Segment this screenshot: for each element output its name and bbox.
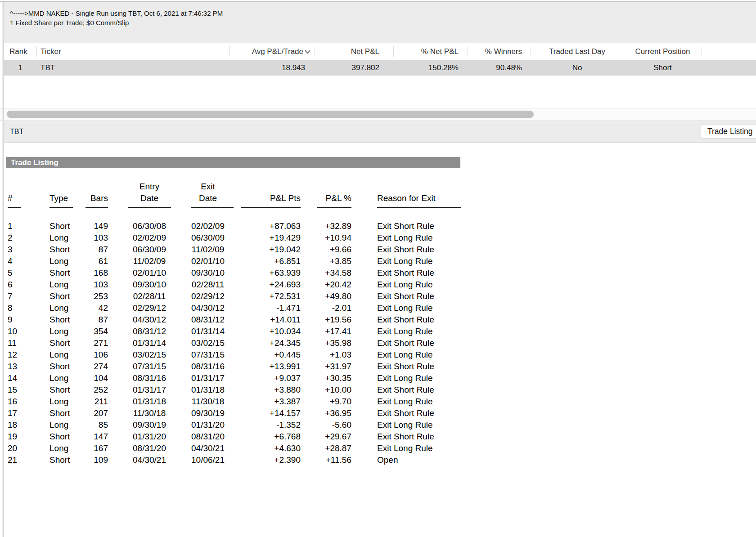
trade-cell-pl-pts: +6.851: [225, 255, 301, 267]
column-header-current-position[interactable]: Current Position: [623, 43, 702, 60]
header-pl-pts: P&L Pts: [225, 192, 301, 204]
trade-cell-type: Long: [50, 302, 81, 314]
results-row[interactable]: 1 TBT 18.943 397.802 150.28% 90.48% No S…: [4, 60, 756, 76]
trade-cell-bars: 354: [81, 326, 108, 337]
trade-cell-pl-pts: +19.429: [225, 232, 301, 244]
trade-cell-reason: Exit Long Rule: [351, 419, 462, 431]
column-header-traded-last-day[interactable]: Traded Last Day: [531, 43, 623, 60]
trade-cell-entry-date: 03/02/15: [108, 349, 191, 361]
trade-cell-pl-pct: +17.41: [301, 326, 351, 337]
trade-cell-entry-date: 02/01/10: [108, 267, 191, 279]
trade-cell-pl-pts: +3.387: [225, 396, 301, 407]
trade-cell-bars: 274: [81, 361, 108, 372]
trade-row: 10 Long 354 08/31/12 01/31/14 +10.034 +1…: [8, 326, 462, 337]
trade-cell-num: 9: [8, 314, 50, 326]
trade-row: 20 Long 167 08/31/20 04/30/21 +4.630 +28…: [8, 443, 462, 454]
trade-cell-bars: 42: [81, 302, 108, 314]
trade-cell-bars: 167: [81, 443, 108, 454]
trade-cell-num: 10: [8, 326, 50, 337]
trade-cell-type: Short: [50, 220, 81, 232]
trade-row: 15 Short 252 01/31/17 01/31/18 +3.880 +1…: [8, 384, 462, 396]
trade-row: 3 Short 87 06/30/09 11/02/09 +19.042 +9.…: [8, 244, 462, 255]
trade-cell-type: Long: [50, 372, 81, 384]
trade-cell-num: 2: [8, 232, 50, 244]
column-underline: [241, 207, 301, 208]
trade-cell-exit-date: 02/29/12: [191, 291, 225, 302]
trade-cell-pl-pct: +28.87: [301, 443, 351, 454]
trade-cell-reason: Exit Short Rule: [351, 244, 462, 255]
trade-cell-num: 5: [8, 267, 50, 279]
trade-row: 12 Long 106 03/02/15 07/31/15 +0.445 +1.…: [8, 349, 462, 361]
trade-row: 8 Long 42 02/29/12 04/30/12 -1.471 -2.01…: [8, 302, 462, 314]
trade-cell-num: 1: [8, 220, 50, 232]
column-header-ticker[interactable]: Ticker: [37, 43, 230, 60]
trade-listing-button[interactable]: Trade Listing: [701, 125, 756, 139]
trade-cell-pl-pts: +10.034: [225, 326, 301, 337]
trade-cell-exit-date: 03/02/15: [191, 337, 225, 349]
trade-cell-bars: 87: [81, 314, 108, 326]
trade-cell-pl-pts: +13.991: [225, 361, 301, 372]
trade-cell-num: 12: [8, 349, 50, 361]
trade-cell-type: Short: [50, 407, 81, 419]
trade-row: 1 Short 149 06/30/08 02/02/09 +87.063 +3…: [8, 220, 462, 232]
trade-header-line2: # Type Bars Date Date P&L Pts P&L % Reas…: [8, 192, 462, 204]
column-header-net-pl[interactable]: Net P&L: [315, 43, 394, 60]
trade-cell-pl-pts: +72.531: [225, 291, 301, 302]
trade-cell-pl-pts: +14.011: [225, 314, 301, 326]
trade-cell-num: 15: [8, 384, 50, 396]
trade-cell-type: Long: [50, 349, 81, 361]
trade-cell-num: 14: [8, 372, 50, 384]
trade-cell-reason: Exit Long Rule: [351, 279, 462, 291]
cell-avg-pl-trade: 18.943: [230, 60, 315, 76]
trade-cell-reason: Exit Short Rule: [351, 337, 462, 349]
trade-cell-type: Long: [50, 396, 81, 407]
trade-cell-bars: 271: [81, 337, 108, 349]
scrollbar-thumb[interactable]: [7, 111, 534, 118]
trade-row: 13 Short 274 07/31/15 08/31/16 +13.991 +…: [8, 361, 462, 372]
trade-cell-bars: 61: [81, 255, 108, 267]
horizontal-scrollbar[interactable]: [0, 108, 756, 121]
trade-header-underlines: [8, 207, 462, 208]
trade-cell-type: Short: [50, 267, 81, 279]
trade-row: 17 Short 207 11/30/18 09/30/19 +14.157 +…: [8, 407, 462, 419]
trade-cell-pl-pct: +3.85: [301, 255, 351, 267]
trade-cell-entry-date: 07/31/15: [108, 361, 191, 372]
column-header-avg-pl-trade[interactable]: Avg P&L/Trade: [230, 43, 315, 60]
trade-cell-exit-date: 08/31/20: [191, 431, 225, 443]
trade-row: 6 Long 103 09/30/10 02/28/11 +24.693 +20…: [8, 279, 462, 291]
trade-cell-type: Short: [50, 361, 81, 372]
trade-cell-pl-pct: +30.35: [301, 372, 351, 384]
trade-cell-type: Long: [50, 255, 81, 267]
trade-cell-reason: Exit Long Rule: [351, 443, 462, 454]
trade-cell-pl-pct: +35.98: [301, 337, 351, 349]
window-left-border: [2, 2, 4, 537]
trade-cell-reason: Exit Long Rule: [351, 326, 462, 337]
trade-cell-num: 20: [8, 443, 50, 454]
trade-cell-type: Long: [50, 326, 81, 337]
trade-cell-exit-date: 04/30/12: [191, 302, 225, 314]
column-header-rank[interactable]: Rank: [4, 43, 37, 60]
trade-cell-exit-date: 11/02/09: [191, 244, 225, 255]
column-header-pct-net-pl[interactable]: % Net P&L: [394, 43, 468, 60]
trade-cell-reason: Exit Short Rule: [351, 314, 462, 326]
trade-cell-pl-pct: +1.03: [301, 349, 351, 361]
trade-cell-bars: 85: [81, 419, 108, 431]
trade-cell-pl-pts: +0.445: [225, 349, 301, 361]
trade-header-line1: Entry Exit: [8, 181, 462, 192]
trade-cell-exit-date: 01/31/17: [191, 372, 225, 384]
column-header-pct-winners[interactable]: % Winners: [468, 43, 531, 60]
header-exit: Exit: [191, 181, 225, 192]
header-entry-date: Date: [108, 192, 191, 204]
run-subtitle: 1 Fixed Share per Trade; $0 Comm/Slip: [10, 18, 756, 27]
column-underline: [317, 207, 351, 208]
trade-cell-exit-date: 10/06/21: [191, 454, 225, 466]
trade-row: 16 Long 211 01/31/18 11/30/18 +3.387 +9.…: [8, 396, 462, 407]
trade-cell-pl-pts: +24.693: [225, 279, 301, 291]
trade-cell-entry-date: 02/28/11: [108, 291, 191, 302]
trade-cell-bars: 103: [81, 232, 108, 244]
trade-cell-pl-pts: +6.768: [225, 431, 301, 443]
trade-cell-pl-pct: +20.42: [301, 279, 351, 291]
trade-cell-entry-date: 01/31/20: [108, 431, 191, 443]
trade-cell-num: 17: [8, 407, 50, 419]
column-underline: [50, 207, 73, 208]
